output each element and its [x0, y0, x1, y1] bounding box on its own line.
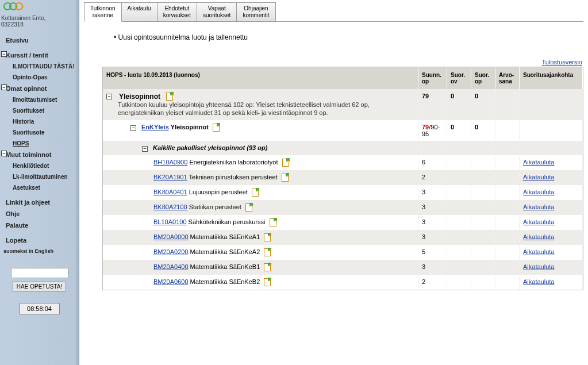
- schedule-link[interactable]: Aikatauluta: [523, 159, 554, 166]
- course-code[interactable]: BM20A0400: [153, 263, 189, 270]
- nav-feedback[interactable]: Palaute: [0, 220, 79, 231]
- note-icon[interactable]: [270, 218, 276, 226]
- status-message: Uusi opintosuunnitelma luotu ja tallenne…: [114, 33, 583, 41]
- course-code[interactable]: BL10A0100: [153, 218, 187, 225]
- group-title: Yleisopinnot: [119, 93, 160, 101]
- header-title: HOPS - luotu 10.09.2013 (luonnos): [103, 67, 418, 89]
- course-row: BK80A2100 Statiikan perusteet 3Aikataulu…: [103, 200, 583, 215]
- nav-help[interactable]: Ohje: [0, 208, 79, 220]
- sidebar: ▸ Kottarainen Ente, 0322318 Etusivu −Kur…: [0, 0, 79, 365]
- course-name: Lujuusopin perusteet: [189, 189, 248, 195]
- course-row: BK20A1901 Teknisen piirustuksen perustee…: [103, 170, 583, 185]
- schedule-link[interactable]: Aikatauluta: [523, 233, 554, 240]
- course-code[interactable]: BM20A0000: [153, 233, 189, 240]
- course-code[interactable]: BK80A0401: [153, 189, 187, 195]
- nav-logout[interactable]: Lopeta: [0, 235, 79, 246]
- collapse-icon[interactable]: −: [142, 146, 148, 152]
- tab-comments[interactable]: Ohjaajienkommentit: [236, 2, 275, 22]
- course-code[interactable]: BM20A0600: [153, 278, 189, 285]
- subgroup-row: − EnKYleis Yleisopinnot 79/90-95 0 0: [103, 120, 583, 141]
- user-info: Kottarainen Ente, 0322318: [0, 13, 79, 31]
- course-name: Matematiikka SäEnKeA1: [190, 233, 260, 240]
- note-icon[interactable]: [213, 124, 220, 132]
- group-desc: Tutkintoon kuuluu yleisopintoja yhteensä…: [106, 101, 414, 117]
- note-icon[interactable]: [245, 203, 252, 212]
- lang-switch[interactable]: suomeksi in English: [0, 246, 79, 256]
- course-code[interactable]: BM20A0200: [153, 248, 189, 255]
- nav-links[interactable]: Linkit ja ohjeet: [0, 197, 79, 208]
- course-name: Statiikan perusteet: [189, 203, 241, 210]
- search-input[interactable]: [11, 268, 68, 278]
- course-row: BM20A0000 Matematiikka SäEnKeA1 3Aikatau…: [103, 230, 583, 245]
- hops-table: HOPS - luotu 10.09.2013 (luonnos) Suunn.…: [102, 67, 583, 290]
- logo: ▸: [0, 0, 79, 13]
- course-name: Energiatekniikan laboratoriotyöt: [189, 159, 278, 166]
- schedule-link[interactable]: Aikatauluta: [523, 174, 554, 180]
- course-code[interactable]: BK20A1901: [153, 174, 187, 180]
- expand-icon[interactable]: −: [1, 151, 7, 156]
- expand-icon[interactable]: −: [1, 84, 7, 90]
- note-icon[interactable]: [282, 159, 289, 167]
- tab-substitutions[interactable]: Ehdotetutkorvaukset: [157, 2, 197, 22]
- main: Tutkinnonrakenne Aikataulu Ehdotetutkorv…: [79, 0, 588, 365]
- course-row: BL10A0100 Sähkötekniikan peruskurssi 3Ai…: [103, 215, 583, 230]
- nav-settings[interactable]: Asetukset: [0, 182, 79, 193]
- nav-extract[interactable]: Suoritusote: [0, 127, 79, 138]
- schedule-link[interactable]: Aikatauluta: [523, 263, 554, 270]
- nav-guide[interactable]: Opinto-Opas: [0, 72, 79, 83]
- course-name: Matematiikka SäEnKeB2: [190, 278, 260, 285]
- note-icon[interactable]: [166, 93, 173, 101]
- expand-icon[interactable]: −: [1, 51, 7, 57]
- collapse-icon[interactable]: −: [106, 94, 112, 99]
- note-icon[interactable]: [264, 233, 271, 241]
- collapse-icon[interactable]: −: [130, 125, 136, 131]
- header-suorop: Suor. op: [471, 67, 495, 89]
- subgroup-code[interactable]: EnKYleis: [141, 124, 169, 130]
- course-code[interactable]: BK80A2100: [153, 203, 187, 210]
- search-button[interactable]: HAE OPETUSTA!: [13, 282, 66, 291]
- nav-history[interactable]: Historia: [0, 116, 79, 127]
- note-icon[interactable]: [264, 248, 271, 256]
- schedule-link[interactable]: Aikatauluta: [523, 248, 554, 255]
- nav-other[interactable]: −Muut toiminnot: [0, 149, 79, 160]
- subsubgroup-row: − Kaikille pakolliset yleisopinnot (93 o…: [103, 141, 583, 155]
- header-suorov: Suor. ov: [447, 67, 471, 89]
- course-row: BM20A0200 Matematiikka SäEnKeA2 5Aikatau…: [103, 245, 583, 260]
- nav-register[interactable]: ILMOITTAUDU TÄSTÄ!: [0, 61, 79, 72]
- course-name: Sähkötekniikan peruskurssi: [189, 218, 266, 225]
- group-row: −Yleisopinnot Tutkintoon kuuluu yleisopi…: [103, 89, 583, 120]
- nav-enrollments[interactable]: Ilmoittautumiset: [0, 94, 79, 105]
- course-name: Matematiikka SäEnKeA2: [190, 248, 260, 255]
- tabs: Tutkinnonrakenne Aikataulu Ehdotetutkorv…: [84, 2, 588, 22]
- header-ajank: Suoritusajankohta: [520, 67, 583, 89]
- nav-personal[interactable]: Henkilötiedot: [0, 160, 79, 171]
- schedule-link[interactable]: Aikatauluta: [523, 189, 554, 195]
- note-icon[interactable]: [282, 174, 289, 182]
- tab-schedule[interactable]: Aikataulu: [121, 2, 157, 22]
- note-icon[interactable]: [264, 263, 271, 271]
- nav-hops[interactable]: HOPS: [0, 138, 79, 149]
- course-row: BK80A0401 Lujuusopin perusteet 3Aikataul…: [103, 185, 583, 200]
- header-arvo: Arvo-sana: [495, 67, 520, 89]
- nav-ay[interactable]: Lk-ilmoittautuminen: [0, 171, 79, 182]
- tab-structure[interactable]: Tutkinnonrakenne: [84, 2, 122, 22]
- course-row: BH10A0900 Energiatekniikan laboratorioty…: [103, 155, 583, 170]
- print-link[interactable]: Tulostusversio: [102, 59, 582, 66]
- tab-free[interactable]: Vapaatsuoritukset: [197, 2, 237, 22]
- table-header: HOPS - luotu 10.09.2013 (luonnos) Suunn.…: [103, 67, 583, 89]
- schedule-link[interactable]: Aikatauluta: [523, 278, 554, 285]
- course-row: BM20A0400 Matematiikka SäEnKeB1 3Aikatau…: [103, 260, 583, 275]
- course-row: BM20A0600 Matematiikka SäEnKeB2 2Aikatau…: [103, 275, 583, 290]
- note-icon[interactable]: [252, 189, 259, 197]
- course-name: Teknisen piirustuksen perusteet: [189, 174, 278, 180]
- schedule-link[interactable]: Aikatauluta: [523, 203, 554, 210]
- nav-home[interactable]: Etusivu: [0, 34, 79, 46]
- nav-ownstudies[interactable]: −Omat opinnot: [0, 83, 79, 94]
- nav-completions[interactable]: Suoritukset: [0, 105, 79, 116]
- note-icon[interactable]: [264, 278, 271, 286]
- nav-courses[interactable]: −Kurssit / tentit: [0, 49, 79, 61]
- schedule-link[interactable]: Aikatauluta: [523, 218, 554, 225]
- course-code[interactable]: BH10A0900: [153, 159, 187, 166]
- header-suunn: Suunn. op: [418, 67, 447, 89]
- course-name: Matematiikka SäEnKeB1: [190, 263, 260, 270]
